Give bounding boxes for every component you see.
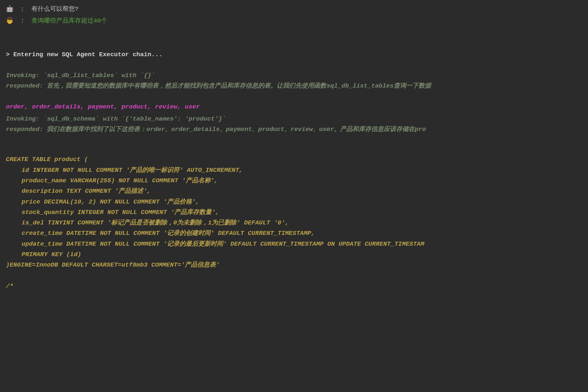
- bot-chat-line: 🤖 ： 有什么可以帮您?: [6, 4, 582, 14]
- separator: ：: [19, 6, 26, 13]
- responded-text: 我们在数据库中找到了以下这些表：order、order_details、paym…: [43, 126, 426, 133]
- responded-text: 首先，我需要知道您的数据库中有哪些表，然后才能找到包含产品和库存信息的表。让我们…: [43, 82, 431, 90]
- invoke-call: `sql_db_list_tables` with `{}`: [40, 72, 155, 79]
- invoke-call: `sql_db_schema` with `{'table_names': 'p…: [40, 115, 226, 122]
- user-icon: 👦: [6, 17, 14, 24]
- schema-col-update-time: update_time DATETIME NOT NULL COMMENT '记…: [6, 239, 582, 249]
- responded-label: responded:: [6, 126, 43, 133]
- chain-enter-line: > Entering new SQL Agent Executor chain.…: [6, 49, 582, 60]
- invoke-label: Invoking:: [6, 72, 40, 79]
- schema-col-stock: stock_quantity INTEGER NOT NULL COMMENT …: [6, 207, 582, 218]
- responded-line-2: responded: 我们在数据库中找到了以下这些表：order、order_d…: [6, 124, 582, 135]
- schema-engine: )ENGINE=InnoDB DEFAULT CHARSET=utf8mb3 C…: [6, 260, 582, 270]
- invoke-line-1: Invoking: `sql_db_list_tables` with `{}`: [6, 70, 582, 81]
- agent-output: > Entering new SQL Agent Executor chain.…: [6, 49, 582, 291]
- schema-col-id: id INTEGER NOT NULL COMMENT '产品的唯一标识符' A…: [6, 165, 582, 175]
- schema-comment-start: /*: [6, 281, 582, 291]
- schema-col-create-time: create_time DATETIME NOT NULL COMMENT '记…: [6, 228, 582, 238]
- responded-label: responded:: [6, 82, 43, 90]
- schema-col-is-del: is_del TINYINT COMMENT '标记产品是否被删除，0为未删除，…: [6, 218, 582, 228]
- invoke-line-2: Invoking: `sql_db_schema` with `{'table_…: [6, 114, 582, 124]
- schema-create: CREATE TABLE product (: [6, 154, 582, 165]
- schema-col-price: price DECIMAL(10, 2) NOT NULL COMMENT '产…: [6, 197, 582, 207]
- user-chat-line: 👦 ： 查询哪些产品库存超过40个: [6, 16, 582, 26]
- schema-col-product-name: product_name VARCHAR(255) NOT NULL COMME…: [6, 175, 582, 186]
- user-message: 查询哪些产品库存超过40个: [31, 17, 107, 24]
- separator: ：: [19, 17, 26, 24]
- robot-icon: 🤖: [6, 6, 14, 13]
- tables-list: order, order_details, payment, product, …: [6, 102, 582, 112]
- invoke-label: Invoking:: [6, 115, 40, 122]
- schema-col-description: description TEXT COMMENT '产品描述',: [6, 186, 582, 196]
- responded-line-1: responded: 首先，我需要知道您的数据库中有哪些表，然后才能找到包含产品…: [6, 81, 582, 91]
- schema-primary-key: PRIMARY KEY (id): [6, 249, 582, 260]
- bot-message: 有什么可以帮您?: [31, 6, 78, 13]
- schema-block: CREATE TABLE product ( id INTEGER NOT NU…: [6, 154, 582, 291]
